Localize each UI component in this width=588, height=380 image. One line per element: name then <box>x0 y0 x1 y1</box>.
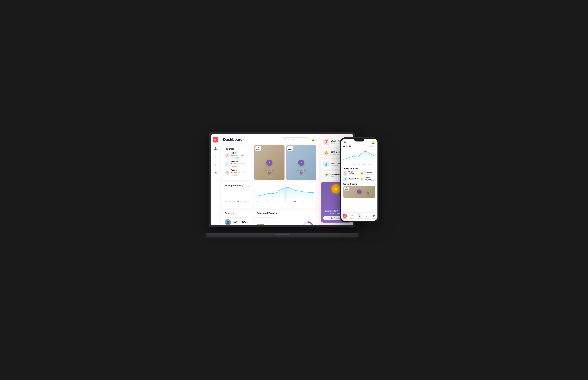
progress-item-relieve: 🏃 Relieve 20 days <box>225 152 250 159</box>
phone-nav-schedule[interactable]: 📅 Schedule <box>356 214 363 219</box>
donut-svg <box>302 221 314 225</box>
exercise-details: Squats 3 Sets, 10 Per set <box>266 225 278 226</box>
star-icon-2: ★ <box>239 163 240 165</box>
play-button-1[interactable]: ▶ <box>266 160 272 166</box>
report-kcal-info: 1780 Kcal 6 Meals a day <box>365 172 373 175</box>
progress-item-restore: ○ Restore 20 days <box>225 160 250 168</box>
retain-info: Retain 20 days ★ +150 <box>231 169 250 176</box>
restore-info: Restore 20 days ★ +150 <box>231 160 250 168</box>
month-jan: Jan <box>257 201 259 202</box>
dot-red-3 <box>231 172 232 173</box>
phone-users-icon: 👤 <box>372 214 376 218</box>
report-dumble-info: Dumble workout 6 Sets 10 Minutes <box>365 177 376 181</box>
exercise-name: Squats <box>266 225 278 226</box>
report-heavy-bag-info: Heavy bag hit 30 Minutes <box>349 177 359 180</box>
menu-icon[interactable]: ☰ <box>344 141 346 144</box>
svg-rect-0 <box>284 184 287 199</box>
bar-label-mon: Mon <box>225 201 228 202</box>
relieve-days: 20 days <box>231 154 238 156</box>
phone-nav-home[interactable]: ⊞ Home <box>341 214 348 219</box>
report-heavy-bag: 💧 Heavy bag hit 30 Minutes <box>343 177 359 181</box>
phone-nav-settings[interactable]: ⚙ Settings <box>363 214 370 219</box>
more-options-button[interactable]: ••• <box>248 185 250 188</box>
phone-nav-health[interactable]: ♥ Health <box>348 214 356 219</box>
weight-training-section: Weight Training 5 Days 🏋‍♀️ ▶ <box>343 183 376 198</box>
sidebar-item-health[interactable]: ♥ <box>213 154 218 159</box>
sidebar-item-calendar[interactable]: 📅 <box>213 171 218 176</box>
star-icon-3: ★ <box>239 171 240 173</box>
relieve-meta: 20 days ★ +150 ✓ Completed <box>231 154 250 159</box>
month-feb: Feb <box>266 201 268 202</box>
report-heavy-bag-icon: 💧 <box>343 177 348 181</box>
wt-play-button[interactable]: ▶ <box>357 190 362 194</box>
retain-icon: 🏋 <box>225 170 229 175</box>
report-dumble-icon: 🏋 <box>360 177 364 181</box>
retain-days: 20 days <box>231 171 238 173</box>
exercise-thumbnail: 🏋 <box>257 224 264 225</box>
search-bar[interactable]: 🔍 Search <box>282 137 309 142</box>
phone-settings-label: Settings <box>364 218 369 219</box>
report-weight-icon: 🏋 <box>343 171 347 176</box>
bar-fri: FH <box>240 200 243 202</box>
sidebar-item-profile[interactable]: 👤 <box>213 146 218 151</box>
phone-nav: ⊞ Home ♥ Health 📅 Schedule ⚙ Settings 👤 <box>341 212 378 221</box>
dumble-icon: 🏋 <box>323 172 329 178</box>
retain-meta: 20 days ★ +150 Pending <box>231 171 250 176</box>
header-right: 🔍 Search 🔔 <box>282 137 316 142</box>
figure-2: 🏋‍♀️ <box>296 169 306 178</box>
relieve-icon: 🏃 <box>225 153 229 158</box>
dashboard-body: Progress 🏃 Relieve 20 days <box>220 144 319 225</box>
video-card-1: 5 Days 🏋‍♀️ ▶ <box>254 145 285 180</box>
search-label: Search <box>287 138 294 141</box>
progress-title: Progress <box>225 148 250 150</box>
days-badge-2: 5 Days <box>287 146 293 151</box>
play-button-2[interactable]: ▶ <box>298 160 304 166</box>
phone-users-label: Users <box>372 218 375 219</box>
retain-points: ★ +150 <box>239 171 244 173</box>
phone-nav-users[interactable]: 👤 Users <box>370 214 378 219</box>
phone: ☰ 🔔 Activity Activity ▾ <box>340 137 379 222</box>
bar-thu: Thu <box>236 200 239 202</box>
sidebar-item-settings[interactable]: ⚙ <box>213 163 218 168</box>
svg-point-2 <box>285 187 286 188</box>
activity-dropdown[interactable]: Activity ▾ <box>369 145 376 147</box>
notification-button[interactable]: 🔔 <box>311 137 316 142</box>
weekly-title: Weekly Summary <box>225 184 243 187</box>
laptop-body: ⊞ 👤 ♥ ⚙ 📅 Dashboard 🔍 Search <box>209 132 355 227</box>
phone-month-feb: Feb <box>348 164 350 165</box>
wt-section-title: Weight Training <box>343 183 376 185</box>
restore-icon: ○ <box>225 162 229 166</box>
report-weight-info: Weight Training 5 Sets 10 Minutes <box>348 171 359 176</box>
weekly-header: Weekly Summary ••• <box>225 184 250 189</box>
today-report-grid: 🏋 Weight Training 5 Sets 10 Minutes 🔥 17… <box>343 171 376 181</box>
review-avatar: 👤 <box>225 219 231 225</box>
month-jun: Jun <box>303 201 305 202</box>
reviews-subtitle: Your customer's have left reviews. <box>225 216 250 218</box>
reviews-content: 👤 52 KG 65 KG <box>225 219 250 225</box>
phone-x-axis: Jan Feb Mar Apr May Jun Jul <box>343 164 376 165</box>
heavy-bag-icon: 💧 <box>323 161 329 167</box>
phone-month-jun: Jun <box>369 164 371 165</box>
retain-name: Retain <box>231 169 250 171</box>
wt-figure: 🏋‍♀️ <box>364 190 372 197</box>
phone-month-may: May <box>363 164 366 165</box>
phone-month-apr: Apr <box>359 164 360 165</box>
phone-bell-icon[interactable]: 🔔 <box>372 141 375 144</box>
donut-chart: 80% <box>302 221 314 225</box>
phone-home-icon: ⊞ <box>343 214 347 218</box>
sidebar-item-home[interactable]: ⊞ <box>213 137 218 143</box>
review-stat-2: 65 KG <box>242 220 249 225</box>
phone-health-label: Health <box>350 218 354 219</box>
phone-home-label: Home <box>343 218 346 219</box>
relieve-points: ★ +150 <box>239 154 244 156</box>
report-kcal: 🔥 1780 Kcal 6 Meals a day <box>360 171 376 176</box>
figure-1: 🏋‍♀️ <box>264 169 275 178</box>
scheduled-header: Scheduled Exercise Here are your Next ex… <box>257 212 314 219</box>
bar-label-wed: Wed <box>233 201 235 202</box>
bar-mon: Mon <box>225 200 228 202</box>
restore-meta: 20 days ★ +150 Pending <box>231 163 250 168</box>
scheduled-subtitle: Here are your Next exercise <box>257 216 278 218</box>
activity-title: Activity <box>343 145 351 147</box>
phone-body: Activity Activity ▾ <box>341 145 378 212</box>
progress-card: Progress 🏃 Relieve 20 days <box>222 145 253 180</box>
